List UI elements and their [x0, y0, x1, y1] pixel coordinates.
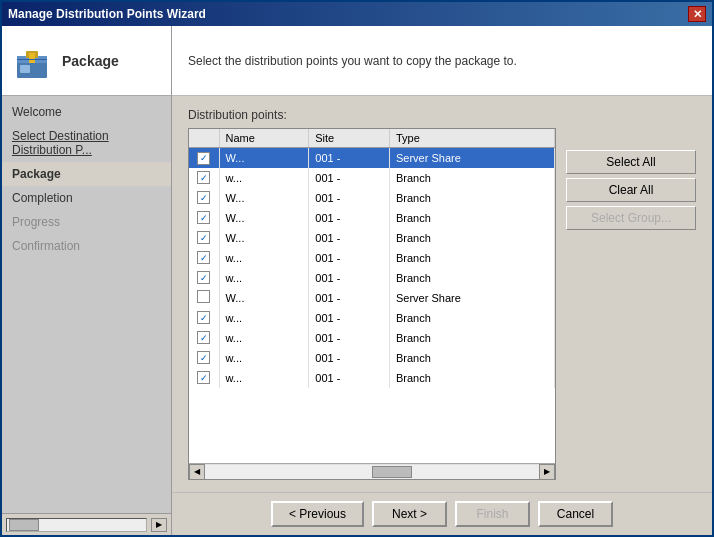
row-site: 001 -: [309, 148, 390, 168]
row-checkbox[interactable]: ✓: [189, 268, 219, 288]
row-type: Branch: [390, 248, 555, 268]
checkbox-indicator: [197, 290, 210, 303]
select-group-button[interactable]: Select Group...: [566, 206, 696, 230]
checkbox-indicator: ✓: [197, 231, 210, 244]
checkbox-indicator: ✓: [197, 311, 210, 324]
table-row[interactable]: ✓W...001 -Branch: [189, 228, 555, 248]
checkbox-indicator: ✓: [197, 171, 210, 184]
row-name: w...: [219, 168, 309, 188]
sidebar-scroll-thumb[interactable]: [9, 519, 39, 531]
table-row[interactable]: ✓w...001 -Branch: [189, 348, 555, 368]
next-button[interactable]: Next >: [372, 501, 447, 527]
row-site: 001 -: [309, 328, 390, 348]
row-site: 001 -: [309, 288, 390, 308]
table-row[interactable]: ✓w...001 -Branch: [189, 308, 555, 328]
scroll-track: [205, 465, 539, 479]
distribution-label: Distribution points:: [188, 108, 696, 122]
row-type: Branch: [390, 308, 555, 328]
sidebar-scroll-track: [6, 518, 147, 532]
right-buttons-panel: Select All Clear All Select Group...: [566, 128, 696, 480]
main-header: Select the distribution points you want …: [172, 26, 712, 96]
clear-all-button[interactable]: Clear All: [566, 178, 696, 202]
sidebar-item-welcome[interactable]: Welcome: [2, 100, 171, 124]
row-name: w...: [219, 368, 309, 388]
main-body: Distribution points: Name Site: [172, 96, 712, 492]
table-and-buttons: Name Site Type ✓W...001 -Server Share✓w.…: [188, 128, 696, 480]
select-all-button[interactable]: Select All: [566, 150, 696, 174]
col-type: Type: [390, 129, 555, 148]
row-site: 001 -: [309, 348, 390, 368]
sidebar-header: Package: [2, 26, 171, 96]
row-site: 001 -: [309, 248, 390, 268]
table-row[interactable]: ✓w...001 -Branch: [189, 328, 555, 348]
sidebar-item-confirmation: Confirmation: [2, 234, 171, 258]
row-checkbox[interactable]: ✓: [189, 208, 219, 228]
row-name: W...: [219, 228, 309, 248]
sidebar-item-package[interactable]: Package: [2, 162, 171, 186]
sidebar-item-completion[interactable]: Completion: [2, 186, 171, 210]
row-type: Branch: [390, 168, 555, 188]
checkbox-indicator: ✓: [197, 211, 210, 224]
cancel-button[interactable]: Cancel: [538, 501, 613, 527]
window-title: Manage Distribution Points Wizard: [8, 7, 206, 21]
title-bar: Manage Distribution Points Wizard ✕: [2, 2, 712, 26]
row-type: Branch: [390, 348, 555, 368]
table-scroll-area[interactable]: Name Site Type ✓W...001 -Server Share✓w.…: [189, 129, 555, 463]
table-row[interactable]: ✓W...001 -Branch: [189, 208, 555, 228]
row-checkbox[interactable]: ✓: [189, 368, 219, 388]
package-icon: [12, 41, 52, 81]
row-type: Server Share: [390, 148, 555, 168]
previous-button[interactable]: < Previous: [271, 501, 364, 527]
svg-rect-5: [20, 65, 30, 73]
row-checkbox[interactable]: ✓: [189, 248, 219, 268]
row-name: w...: [219, 348, 309, 368]
row-type: Branch: [390, 368, 555, 388]
table-row[interactable]: ✓w...001 -Branch: [189, 168, 555, 188]
scroll-left-arrow[interactable]: ◀: [189, 464, 205, 480]
checkbox-indicator: ✓: [197, 331, 210, 344]
row-checkbox[interactable]: ✓: [189, 148, 219, 168]
row-checkbox[interactable]: ✓: [189, 308, 219, 328]
table-row[interactable]: ✓W...001 -Branch: [189, 188, 555, 208]
scroll-right-arrow[interactable]: ▶: [539, 464, 555, 480]
row-type: Branch: [390, 228, 555, 248]
row-name: w...: [219, 328, 309, 348]
row-site: 001 -: [309, 168, 390, 188]
table-row[interactable]: ✓w...001 -Branch: [189, 368, 555, 388]
svg-rect-4: [17, 59, 47, 60]
row-name: W...: [219, 288, 309, 308]
main-content: Select the distribution points you want …: [172, 26, 712, 535]
checkbox-indicator: ✓: [197, 371, 210, 384]
svg-rect-3: [29, 53, 35, 63]
sidebar-item-select-dest[interactable]: Select Destination Distribution P...: [2, 124, 171, 162]
sidebar-scrollbar-area: ▶: [2, 513, 171, 535]
table-row[interactable]: ✓w...001 -Branch: [189, 248, 555, 268]
sidebar-scroll-right-arrow[interactable]: ▶: [151, 518, 167, 532]
row-site: 001 -: [309, 368, 390, 388]
row-checkbox[interactable]: ✓: [189, 168, 219, 188]
row-site: 001 -: [309, 228, 390, 248]
row-type: Branch: [390, 188, 555, 208]
row-name: W...: [219, 148, 309, 168]
distribution-table: Name Site Type ✓W...001 -Server Share✓w.…: [189, 129, 555, 388]
row-site: 001 -: [309, 188, 390, 208]
row-checkbox[interactable]: [189, 288, 219, 308]
row-checkbox[interactable]: ✓: [189, 328, 219, 348]
table-row[interactable]: ✓w...001 -Branch: [189, 268, 555, 288]
table-row[interactable]: W...001 -Server Share: [189, 288, 555, 308]
close-button[interactable]: ✕: [688, 6, 706, 22]
row-checkbox[interactable]: ✓: [189, 348, 219, 368]
table-row[interactable]: ✓W...001 -Server Share: [189, 148, 555, 168]
horizontal-scrollbar[interactable]: ◀ ▶: [189, 463, 555, 479]
row-name: w...: [219, 308, 309, 328]
finish-button[interactable]: Finish: [455, 501, 530, 527]
row-site: 001 -: [309, 268, 390, 288]
col-site: Site: [309, 129, 390, 148]
distribution-table-wrapper: Name Site Type ✓W...001 -Server Share✓w.…: [188, 128, 556, 480]
scroll-thumb[interactable]: [372, 466, 412, 478]
row-checkbox[interactable]: ✓: [189, 228, 219, 248]
row-checkbox[interactable]: ✓: [189, 188, 219, 208]
col-checkbox: [189, 129, 219, 148]
checkbox-indicator: ✓: [197, 251, 210, 264]
col-name: Name: [219, 129, 309, 148]
